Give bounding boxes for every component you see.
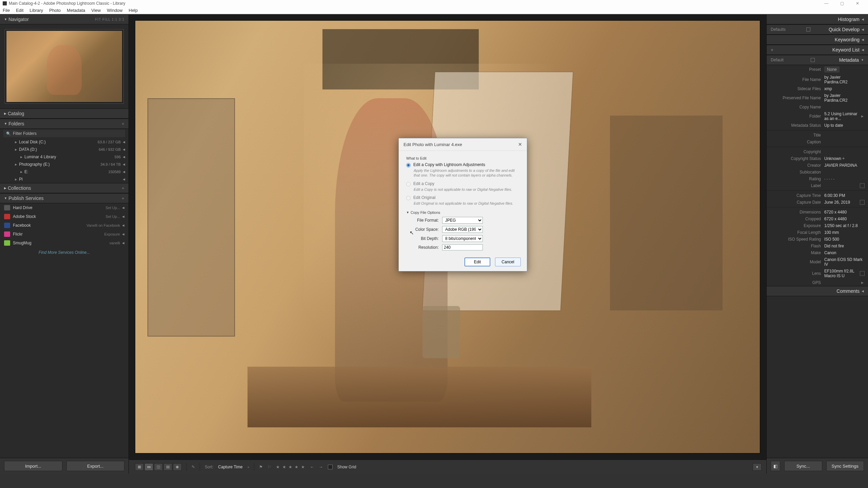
dialog-titlebar[interactable]: Edit Photo with Luminar 4.exe ✕ <box>399 138 527 151</box>
metadata-row[interactable]: Dimensions6720 x 4480 <box>767 209 868 216</box>
folder-menu-icon[interactable]: ◀ <box>123 140 125 144</box>
radio-copy-with-adjustments[interactable]: Edit a Copy with Lightroom Adjustments <box>406 162 519 167</box>
metadata-row[interactable]: Copyright StatusUnknown ÷ <box>767 155 868 162</box>
add-keyword-icon[interactable]: + <box>771 47 773 53</box>
menu-view[interactable]: View <box>91 8 101 13</box>
navigator-zoom-options[interactable]: FIT FILL 1:1 3:1 <box>95 18 124 21</box>
add-folder-icon[interactable]: + <box>122 121 124 126</box>
metadata-row[interactable]: File Nameby Javier Pardina.CR2 <box>767 74 868 85</box>
publish-service-row[interactable]: SmugMugvanelli◀ <box>0 239 129 247</box>
painter-icon[interactable]: ✎ <box>192 465 195 469</box>
metadata-action-icon[interactable] <box>860 271 865 276</box>
maximize-button[interactable]: ▢ <box>834 1 850 6</box>
metadata-row[interactable]: Capture Time6:00:30 PM <box>767 192 868 199</box>
metadata-row[interactable]: Focal Length100 mm <box>767 229 868 236</box>
filter-folders[interactable]: 🔍 Filter Folders <box>3 130 125 137</box>
metadata-row[interactable]: Caption <box>767 139 868 145</box>
metadata-row[interactable]: MakeCanon <box>767 249 868 256</box>
catalog-header[interactable]: ▶ Catalog <box>0 108 129 119</box>
keywording-header[interactable]: Keywording◀ <box>767 35 868 45</box>
file-format-select[interactable]: JPEG <box>442 217 483 224</box>
keyword-list-header[interactable]: + Keyword List◀ <box>767 45 868 55</box>
flag-reject-icon[interactable]: ⚐ <box>268 465 271 469</box>
color-space-select[interactable]: Adobe RGB (1998) <box>442 226 483 233</box>
menu-window[interactable]: Window <box>107 8 122 13</box>
folder-menu-icon[interactable]: ◀ <box>123 148 125 151</box>
menu-library[interactable]: Library <box>29 8 43 13</box>
metadata-goto-icon[interactable]: ▶ <box>860 281 865 284</box>
sort-dropdown[interactable]: Capture Time <box>218 465 242 469</box>
bit-depth-select[interactable]: 8 bits/component <box>442 235 483 242</box>
show-grid-checkbox[interactable] <box>328 465 333 469</box>
histogram-header[interactable]: Histogram◀ <box>767 14 868 24</box>
metadata-row[interactable]: Preserved File Nameby Javier Pardina.CR2 <box>767 92 868 104</box>
preset-value[interactable]: None <box>824 66 840 73</box>
metadata-row[interactable]: Capture DateJune 26, 2019 <box>767 199 868 206</box>
publish-service-row[interactable]: FacebookVanelli on Facebook◀ <box>0 221 129 230</box>
folder-menu-icon[interactable]: ◀ <box>123 178 125 181</box>
metadata-row[interactable]: Copyright <box>767 148 868 155</box>
folder-row[interactable]: ▶Luminar 4 Library596◀ <box>0 153 129 161</box>
folder-row[interactable]: ▶E:150589◀ <box>0 168 129 176</box>
radio-input-copy[interactable] <box>406 182 411 186</box>
comments-header[interactable]: Comments◀ <box>767 286 868 296</box>
metadata-row[interactable]: Rating· · · · · <box>767 176 868 182</box>
folder-row[interactable]: ▶Local Disk (C:)63.8 / 237 GB◀ <box>0 138 129 146</box>
metadata-row[interactable]: Folder5.2 Using Luminar as an e...▶ <box>767 110 868 122</box>
metadata-action-icon[interactable] <box>860 200 865 205</box>
quick-develop-header[interactable]: Defaults Quick Develop◀ <box>767 24 868 35</box>
prev-photo-button[interactable]: ← <box>310 465 314 469</box>
metadata-header[interactable]: Default Metadata▼ <box>767 55 868 65</box>
survey-view-button[interactable]: ▤ <box>163 463 172 471</box>
dialog-close-icon[interactable]: ✕ <box>518 142 522 147</box>
metadata-row[interactable]: Exposure1/250 sec at f / 2.8 <box>767 222 868 229</box>
people-view-button[interactable]: ◉ <box>173 463 182 471</box>
menu-help[interactable]: Help <box>129 8 138 13</box>
navigator-preview[interactable] <box>0 24 129 108</box>
rating-stars[interactable]: ★ ★ ★ ★ ★ <box>276 465 305 469</box>
metadata-row[interactable]: LensEF100mm f/2.8L Macro IS U <box>767 268 868 279</box>
import-button[interactable]: Import... <box>4 461 62 471</box>
flag-pick-icon[interactable]: ⚑ <box>259 465 263 469</box>
menu-metadata[interactable]: Metadata <box>67 8 85 13</box>
publish-service-row[interactable]: Hard DriveSet Up...◀ <box>0 203 129 212</box>
edit-button[interactable]: Edit <box>465 258 490 266</box>
sync-toggle-button[interactable]: ◧ <box>771 461 780 471</box>
metadata-row[interactable]: CreatorJAVIER PARDINA <box>767 162 868 169</box>
loupe-view-button[interactable]: ▭ <box>144 463 153 471</box>
radio-input-original[interactable] <box>406 196 411 200</box>
service-menu-icon[interactable]: ◀ <box>122 224 124 227</box>
metadata-row[interactable]: ISO Speed RatingISO 500 <box>767 236 868 243</box>
folder-row[interactable]: ▶DATA (D:)646 / 932 GB◀ <box>0 146 129 153</box>
metadata-row[interactable]: Cropped6720 x 4480 <box>767 216 868 222</box>
folders-header[interactable]: ▼ Folders + <box>0 119 129 129</box>
folder-row[interactable]: ▶Photography (E:)34.9 / 64 TB◀ <box>0 161 129 168</box>
metadata-row[interactable]: Title <box>767 132 868 139</box>
metadata-action-icon[interactable] <box>860 183 865 188</box>
metadata-row[interactable]: ModelCanon EOS 5D Mark IV <box>767 256 868 268</box>
add-publish-icon[interactable]: + <box>122 196 124 201</box>
compare-view-button[interactable]: ◫ <box>154 463 163 471</box>
export-button[interactable]: Export... <box>66 461 125 471</box>
find-more-services-link[interactable]: Find More Services Online... <box>0 247 129 258</box>
service-menu-icon[interactable]: ◀ <box>122 206 124 209</box>
folder-menu-icon[interactable]: ◀ <box>123 170 125 174</box>
sync-button[interactable]: Sync... <box>784 461 822 471</box>
resolution-input[interactable] <box>442 244 483 250</box>
service-menu-icon[interactable]: ◀ <box>122 232 124 236</box>
publish-service-row[interactable]: Adobe StockSet Up...◀ <box>0 212 129 221</box>
publish-services-header[interactable]: ▼ Publish Services + <box>0 193 129 203</box>
radio-edit-original[interactable]: Edit Original <box>406 195 519 200</box>
folder-menu-icon[interactable]: ◀ <box>123 155 125 159</box>
next-photo-button[interactable]: → <box>319 465 323 469</box>
metadata-row[interactable]: Copy Name <box>767 104 868 110</box>
metadata-row[interactable]: FlashDid not fire <box>767 243 868 249</box>
metadata-row[interactable]: Label <box>767 182 868 189</box>
metadata-row[interactable]: Sidecar Filesxmp <box>767 85 868 92</box>
navigator-header[interactable]: ▼ Navigator FIT FILL 1:1 3:1 <box>0 14 129 24</box>
service-menu-icon[interactable]: ◀ <box>122 241 124 245</box>
folder-row[interactable]: ▶Pl◀ <box>0 176 129 183</box>
publish-service-row[interactable]: FlickrExposure◀ <box>0 230 129 239</box>
folder-menu-icon[interactable]: ◀ <box>123 163 125 166</box>
grid-view-button[interactable]: ▦ <box>135 463 144 471</box>
